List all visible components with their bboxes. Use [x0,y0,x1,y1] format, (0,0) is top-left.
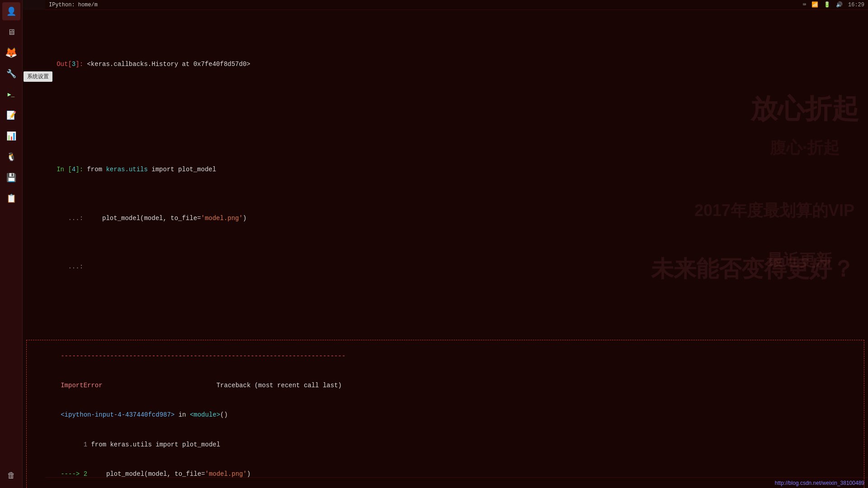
in4-module: keras.utils [106,166,147,173]
topbar-title: IPython: home/m [49,2,98,8]
module-ref: <ipython-input-4-437440fcd987> [61,411,175,418]
in4-func: plot_model [178,166,216,173]
traceback-label [103,382,217,389]
traceback-title: Traceback (most recent call last) [217,382,342,389]
module-in: in [175,411,190,418]
sidebar-icon-penguin[interactable]: 🐧 [2,148,20,166]
sidebar-icon-trash[interactable]: 🗑 [2,466,20,484]
keyboard-icon: ⌨ [803,1,806,8]
tb-ln1-num: 1 [61,441,91,448]
tb-arrow: ----> 2 [61,470,91,478]
in4-label: In [ [57,166,72,173]
tb-line1: 1 from keras.utils import plot_model [30,430,860,460]
out3-line: Out[3]: <keras.callbacks.History at 0x7f… [26,50,864,79]
out3-label: Out[ [57,61,72,68]
in4-num: 4 [72,166,75,173]
tb-ln2-str: 'model.png' [205,470,246,478]
error-type: ImportError [61,382,102,389]
traceback-box: ----------------------------------------… [26,340,864,488]
sidebar-tooltip: 系统设置 [24,71,52,82]
blank1 [26,108,864,117]
sidebar-icon-window[interactable]: 🖥 [2,23,20,41]
sidebar-icon-settings[interactable]: 🔧 [2,65,20,83]
topbar: IPython: home/m ⌨ 📶 🔋 🔊 16:29 [45,0,868,10]
module-name: <module> [190,411,220,418]
sidebar-icon-person[interactable]: 👤 [2,2,20,20]
tb-line2: ----> 2 plot_model(model, to_file='model… [30,460,860,488]
topbar-right: ⌨ 📶 🔋 🔊 16:29 [803,1,864,8]
in4-string: 'model.png' [201,215,242,222]
in4-paren: ) [243,215,246,222]
terminal[interactable]: 放心折起 腹心·折起 2017年度最划算的VIP 未来能否变得更好？ 最近更新 … [23,10,868,488]
sidebar-icon-terminal[interactable]: ▶_ [2,85,20,103]
in4-bracket: ]: [75,166,83,173]
code-output: Out[3]: <keras.callbacks.History at 0x7f… [23,12,868,339]
in4-cont2: ...: [57,263,83,270]
clock: 16:29 [848,2,864,8]
in4-from: from [83,166,106,173]
module-ref-line: <ipython-input-4-437440fcd987> in <modul… [30,401,860,430]
blank2 [26,310,864,320]
sidebar: 👤 🖥 🦊 🔧 ▶_ 📝 📊 🐧 💾 📋 🗑 [0,0,23,488]
sidebar-icon-monitor[interactable]: 📊 [2,127,20,145]
sidebar-icon-disk[interactable]: 💾 [2,169,20,187]
sidebar-icon-notes[interactable]: 📝 [2,106,20,124]
sidebar-icon-list[interactable]: 📋 [2,189,20,207]
tb-ln2-code: plot_model(model, to_file= [91,470,205,478]
sidebar-icon-firefox[interactable]: 🦊 [2,44,20,62]
tooltip-text: 系统设置 [27,73,49,80]
traceback-header2: ImportError Traceback (most recent call … [30,371,860,401]
tb-ln2-end: ) [247,470,250,478]
error-label: ----------------------------------------… [61,352,345,360]
in4-line3: ...: [26,252,864,282]
in4-line1: In [4]: from keras.utils import plot_mod… [26,155,864,185]
volume-icon: 🔊 [836,1,843,8]
in4-cont1: ...: [57,215,83,222]
main-area: IPython: home/m ⌨ 📶 🔋 🔊 16:29 放心折起 腹心·折起… [23,0,868,488]
wifi-icon: 📶 [811,1,818,8]
out3-num: 3 [72,61,75,68]
module-paren: () [220,411,228,418]
out3-value: <keras.callbacks.History at 0x7fe40f8d57… [83,61,250,68]
in4-import: import [148,166,178,173]
tb-ln1-code: from keras.utils import plot_model [91,441,220,448]
in4-call: plot_model(model, to_file= [83,215,201,222]
battery-icon: 🔋 [824,1,830,8]
traceback-header-line: ----------------------------------------… [30,342,860,371]
out3-bracket: ]: [75,61,83,68]
in4-line2: ...: plot_model(model, to_file='model.pn… [26,204,864,233]
